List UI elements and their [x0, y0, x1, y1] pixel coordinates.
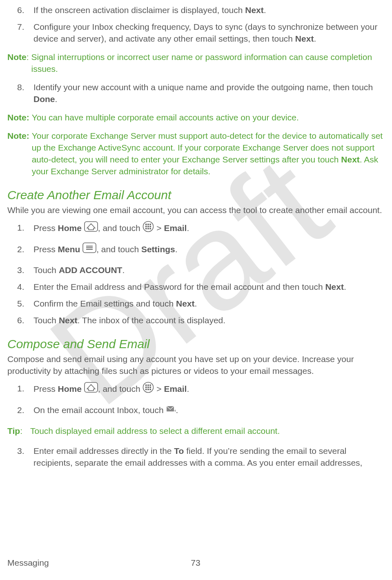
- page-footer: Messaging 73: [7, 557, 384, 569]
- note-text: Your corporate Exchange Server must supp…: [32, 130, 384, 177]
- apps-icon: [143, 382, 154, 396]
- footer-section-name: Messaging: [7, 557, 49, 569]
- step-number: 4.: [17, 281, 30, 293]
- step-text: Press Home , and touch > Email.: [33, 222, 384, 236]
- note-label: Note:: [7, 51, 29, 75]
- svg-rect-19: [148, 384, 149, 386]
- heading-compose-and-send-email: Compose and Send Email: [7, 337, 384, 351]
- step-text: Press Home , and touch > Email.: [33, 382, 384, 397]
- step-number: 6.: [17, 4, 30, 16]
- svg-rect-10: [148, 228, 149, 229]
- step-number: 1.: [17, 222, 30, 236]
- svg-rect-23: [150, 387, 151, 388]
- section-intro: While you are viewing one email account,…: [7, 204, 384, 216]
- svg-rect-24: [145, 389, 147, 390]
- svg-rect-9: [145, 228, 147, 229]
- footer-page-number: 73: [191, 557, 200, 569]
- note: Note: Signal interruptions or incorrect …: [7, 51, 384, 75]
- section-intro: Compose and send email using any account…: [7, 353, 384, 377]
- home-icon: [84, 221, 98, 235]
- step-text: Confirm the Email settings and touch Nex…: [33, 298, 384, 309]
- step-number: 1.: [17, 382, 30, 397]
- step-text: Identify your new account with a unique …: [33, 81, 384, 105]
- note-text: You can have multiple corporate email ac…: [32, 111, 384, 123]
- step-text: Touch ADD ACCOUNT.: [33, 264, 384, 276]
- step-number: 6.: [17, 314, 30, 326]
- list-item: 3. Enter email addresses directly in the…: [7, 445, 384, 469]
- step-number: 3.: [17, 264, 30, 276]
- step-text: If the onscreen activation disclaimer is…: [33, 4, 384, 16]
- note-text: Signal interruptions or incorrect user n…: [31, 51, 384, 75]
- step-text: Press Menu , and touch Settings.: [33, 243, 384, 257]
- step-number: 7.: [17, 21, 30, 44]
- svg-rect-25: [148, 389, 149, 390]
- list-item: 6. If the onscreen activation disclaimer…: [7, 4, 384, 16]
- svg-text:+: +: [174, 408, 176, 413]
- tip-label: Tip:: [7, 425, 28, 437]
- svg-rect-7: [148, 226, 149, 227]
- list-item: 6. Touch Next. The inbox of the account …: [7, 314, 384, 326]
- step-number: 2.: [17, 404, 30, 417]
- svg-rect-6: [145, 226, 147, 227]
- tip-text: Touch displayed email address to select …: [30, 425, 384, 437]
- svg-rect-5: [150, 224, 151, 225]
- svg-rect-4: [148, 224, 149, 225]
- svg-rect-8: [150, 226, 151, 227]
- step-text: Touch Next. The inbox of the account is …: [33, 314, 384, 326]
- main-content: 6. If the onscreen activation disclaimer…: [7, 4, 384, 469]
- list-item: 1. Press Home , and touch: [7, 222, 384, 236]
- note-label: Note:: [7, 130, 29, 177]
- step-number: 2.: [17, 243, 30, 257]
- list-item: 8. Identify your new account with a uniq…: [7, 81, 384, 105]
- svg-rect-3: [145, 224, 147, 225]
- note: Note: Your corporate Exchange Server mus…: [7, 130, 384, 177]
- step-text: Enter email addresses directly in the To…: [33, 445, 384, 469]
- step-text: Configure your Inbox checking frequency,…: [33, 21, 384, 44]
- svg-rect-20: [150, 384, 151, 386]
- list-item: 5. Confirm the Email settings and touch …: [7, 298, 384, 309]
- svg-rect-11: [150, 228, 151, 229]
- list-item: 1. Press Home , and touch: [7, 382, 384, 397]
- home-icon: [84, 382, 98, 396]
- list-item: 7. Configure your Inbox checking frequen…: [7, 21, 384, 44]
- menu-icon: [82, 242, 96, 256]
- compose-icon: +: [166, 404, 176, 416]
- note: Note: You can have multiple corporate em…: [7, 111, 384, 123]
- list-item: 2. Press Menu , and touch Settings.: [7, 243, 384, 257]
- apps-icon: [143, 221, 154, 235]
- list-item: 2. On the email account Inbox, touch + .: [7, 404, 384, 417]
- list-item: 4. Enter the Email address and Password …: [7, 281, 384, 293]
- step-number: 8.: [17, 81, 30, 105]
- step-number: 3.: [17, 445, 30, 469]
- heading-create-another-email-account: Create Another Email Account: [7, 188, 384, 202]
- svg-rect-22: [148, 387, 149, 388]
- tip: Tip: Touch displayed email address to se…: [7, 425, 384, 437]
- step-text: Enter the Email address and Password for…: [33, 281, 384, 293]
- step-number: 5.: [17, 298, 30, 309]
- step-text: On the email account Inbox, touch + .: [33, 404, 384, 417]
- list-item: 3. Touch ADD ACCOUNT.: [7, 264, 384, 276]
- svg-rect-21: [145, 387, 147, 388]
- note-label: Note:: [7, 111, 29, 123]
- svg-rect-26: [150, 389, 151, 390]
- svg-rect-18: [145, 384, 147, 386]
